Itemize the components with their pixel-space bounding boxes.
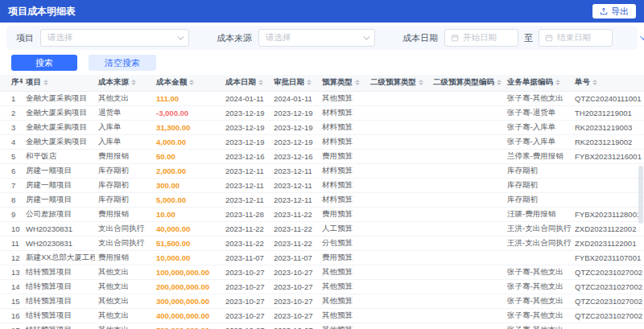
column-header-budget_type2_code[interactable]: 二级预算类型编码	[430, 75, 504, 91]
table-row: 7房建一顺项目库存期初300.002023-12-112023-12-11材料预…	[0, 178, 644, 192]
column-header-cost_date[interactable]: 成本日期	[222, 75, 270, 91]
cell-amount: 300,000,000.00	[153, 294, 222, 308]
cell-amount: 400,000,000.00	[153, 308, 222, 323]
cell-cost_date: 2023-11-07	[222, 250, 270, 265]
column-label: 二级预算类型编码	[433, 77, 494, 86]
cell-budget_type2	[367, 120, 430, 134]
cost-source-filter-label: 成本来源	[217, 32, 252, 44]
cell-biz_doc: 库存期初	[504, 192, 572, 207]
cell-doc_no: RK20231219002	[572, 134, 644, 149]
cell-source: 支出合同执行	[95, 236, 153, 250]
search-button[interactable]: 搜索	[11, 55, 77, 71]
column-label: 成本日期	[225, 77, 256, 86]
table-body: 1金融大厦采购项目其他支出111.002024-01-112024-01-11其…	[0, 91, 644, 329]
sort-icon[interactable]	[419, 80, 423, 86]
cell-doc_no: RK20231219003	[572, 120, 644, 134]
cell-doc_no: TH20231219001	[572, 105, 644, 120]
cost-source-select[interactable]: 请选择	[258, 29, 375, 47]
export-icon	[600, 7, 608, 15]
cell-budget_type2_code	[430, 178, 504, 192]
column-header-project[interactable]: 项目	[23, 75, 95, 91]
table-row: 12新建XX总部大厦工程二期费用报销10,000.002023-11-07202…	[0, 250, 644, 265]
cost-source-filter: 成本来源 请选择	[217, 29, 375, 47]
cell-project: 结转预算项目	[23, 279, 95, 294]
date-range-separator: 至	[524, 32, 533, 44]
cell-approval_date: 2023-11-22	[270, 207, 319, 221]
cell-budget_type: 材料预算	[319, 105, 367, 120]
cell-budget_type2_code	[430, 149, 504, 163]
cell-budget_type2	[367, 279, 430, 294]
cost-table: 序号项目成本来源成本金额成本日期审批日期预算类型二级预算类型二级预算类型编码业务…	[0, 75, 644, 329]
cell-budget_type2_code	[430, 221, 504, 236]
column-label: 项目	[26, 77, 41, 86]
cell-amount: 51,500.00	[153, 236, 222, 250]
sort-icon[interactable]	[497, 80, 502, 86]
table-row: 10WH20230831支出合同执行40,000.002023-11-22202…	[0, 221, 644, 236]
column-header-amount[interactable]: 成本金额	[153, 75, 222, 91]
column-label: 预算类型	[322, 77, 353, 86]
sort-icon[interactable]	[592, 80, 597, 86]
cell-source: 支出合同执行	[95, 221, 153, 236]
vertical-scrollbar[interactable]	[638, 166, 643, 329]
cell-budget_type2_code	[430, 192, 504, 207]
chevron-down-icon	[640, 33, 644, 39]
project-select[interactable]: 请选择	[40, 29, 189, 47]
cell-approval_date: 2023-12-11	[270, 192, 319, 207]
cell-doc_no	[572, 323, 644, 329]
cell-project: 结转预算项目	[23, 308, 95, 323]
cell-amount: 31,300.00	[153, 120, 222, 134]
column-header-budget_type2[interactable]: 二级预算类型	[367, 75, 430, 91]
sort-icon[interactable]	[43, 80, 48, 86]
cell-budget_type2_code	[430, 250, 504, 265]
column-header-doc_no[interactable]: 单号	[572, 75, 644, 91]
cell-budget_type2_code	[430, 323, 504, 329]
scrollbar-thumb[interactable]	[638, 166, 643, 224]
cell-project: 金融大厦采购项目	[23, 120, 95, 134]
cell-project: 公司差旅项目	[23, 207, 95, 221]
page-title: 项目成本明细表	[8, 5, 76, 19]
column-header-biz_doc[interactable]: 业务单据编码	[504, 75, 572, 91]
cell-doc_no: QTZC20231027002	[572, 279, 644, 294]
cell-biz_doc: 库存期初	[504, 178, 572, 192]
sort-icon[interactable]	[307, 80, 312, 86]
cell-cost_date: 2023-12-19	[222, 105, 270, 120]
cell-source: 库存期初	[95, 192, 153, 207]
cell-budget_type: 费用预算	[319, 149, 367, 163]
column-header-budget_type[interactable]: 预算类型	[319, 75, 367, 91]
cell-cost_date: 2023-11-28	[222, 207, 270, 221]
sort-icon[interactable]	[555, 80, 560, 86]
cell-index: 4	[0, 134, 23, 149]
cell-project: 结转预算项目	[23, 294, 95, 308]
cell-budget_type: 其他预算	[319, 294, 367, 308]
sort-icon[interactable]	[131, 80, 136, 86]
sort-icon[interactable]	[355, 80, 360, 86]
cell-index: 15	[0, 294, 23, 308]
cell-approval_date: 2023-12-16	[270, 149, 319, 163]
cell-budget_type: 其他预算	[319, 279, 367, 294]
cell-cost_date: 2023-12-11	[222, 192, 270, 207]
table-head-row: 序号项目成本来源成本金额成本日期审批日期预算类型二级预算类型二级预算类型编码业务…	[0, 75, 644, 91]
cell-biz_doc: 张子骞-入库单	[504, 120, 572, 134]
cell-cost_date: 2023-12-11	[222, 178, 270, 192]
cell-doc_no: ZXD20231122001	[572, 236, 644, 250]
expand-filters-link[interactable]: 展开筛选	[640, 32, 644, 44]
sort-icon[interactable]	[258, 80, 263, 86]
cell-doc_no	[572, 163, 644, 178]
column-header-approval_date[interactable]: 审批日期	[270, 75, 319, 91]
start-date-input[interactable]: 开始日期	[444, 29, 518, 47]
cell-doc_no: ZXD20231122002	[572, 221, 644, 236]
cost-date-filter-label: 成本日期	[402, 32, 438, 44]
sort-icon[interactable]	[189, 80, 194, 86]
cell-budget_type2_code	[430, 120, 504, 134]
end-date-input[interactable]: 结束日期	[539, 29, 613, 47]
cell-project: 结转预算项目	[23, 265, 95, 279]
cell-budget_type2	[367, 236, 430, 250]
column-header-source[interactable]: 成本来源	[95, 75, 153, 91]
cell-project: 金融大厦采购项目	[23, 105, 95, 120]
cost-date-filter: 成本日期 开始日期 至 结束日期	[402, 29, 613, 47]
table-row: 16结转预算项目其他支出400,000,000.002023-10-272023…	[0, 308, 644, 323]
cell-approval_date: 2024-01-11	[270, 91, 319, 105]
cell-source: 入库单	[95, 120, 153, 134]
export-button[interactable]: 导出	[592, 4, 636, 19]
clear-search-button[interactable]: 清空搜索	[89, 55, 156, 71]
